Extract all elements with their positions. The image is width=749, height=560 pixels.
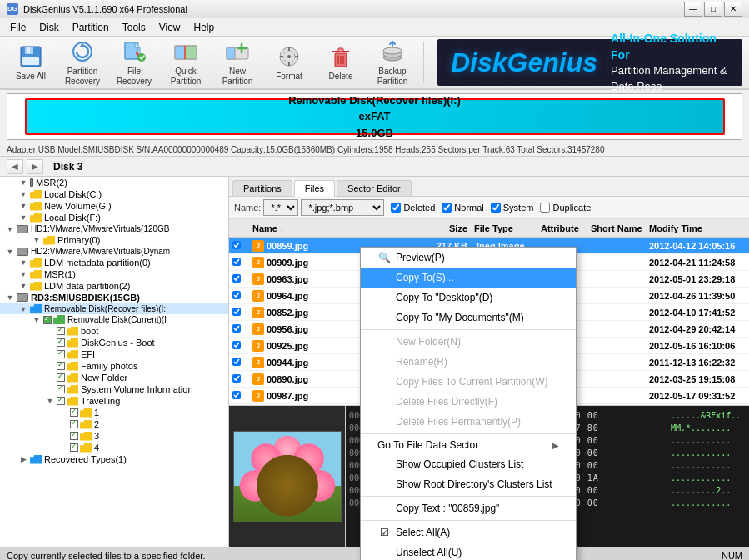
expand-icon[interactable]: ▼ [17, 178, 30, 187]
tab-sector-editor[interactable]: Sector Editor [337, 180, 412, 196]
tree-item[interactable]: EFI [0, 348, 228, 360]
checkbox[interactable] [70, 443, 78, 452]
row-checkbox[interactable] [232, 391, 249, 401]
tree-item[interactable]: ▼ LDM metadata partition(0) [0, 257, 228, 268]
row-checkbox[interactable] [232, 358, 249, 368]
tree-item[interactable]: ▼ Primary(0) [0, 234, 228, 246]
tree-item[interactable]: ▼ Local Disk(F:) [0, 212, 228, 223]
tree-item-system-volume[interactable]: System Volume Information [0, 383, 228, 395]
expand-icon[interactable]: ▼ [17, 258, 30, 267]
filter-ext-select[interactable]: *.jpg;*.bmp [301, 199, 384, 216]
tab-partitions[interactable]: Partitions [232, 180, 292, 196]
menu-disk[interactable]: Disk [32, 18, 65, 36]
checkbox[interactable] [57, 362, 65, 370]
tree-item-family-photos[interactable]: Family photos [0, 360, 228, 372]
tree-item[interactable]: ▼ RD3:SMIUSBDISK(15GB) [0, 292, 228, 303]
row-checkbox[interactable] [232, 291, 249, 301]
tree-item[interactable]: 3 [0, 430, 228, 442]
row-checkbox[interactable] [232, 258, 249, 268]
expand-icon[interactable]: ▼ [3, 225, 17, 233]
tree-item[interactable]: ▼ New Volume(G:) [0, 200, 228, 212]
checkbox[interactable] [57, 338, 65, 347]
file-recovery-button[interactable]: File Recovery [110, 39, 158, 86]
ctx-show-clusters[interactable]: Show Occupied Clusters List [361, 454, 576, 474]
tree-item-recover-files[interactable]: ▼ Removable Disk(Recover files)(I: [0, 303, 228, 314]
disk-bar[interactable]: Removable Disk(Recover files)(I:) exFAT … [25, 98, 725, 135]
save-all-button[interactable]: Save All [7, 39, 55, 86]
expand-icon[interactable]: ▼ [17, 190, 30, 198]
row-checkbox[interactable] [232, 324, 249, 334]
checkbox[interactable] [57, 373, 65, 382]
tree-item[interactable]: New Folder [0, 372, 228, 383]
filter-system-checkbox[interactable] [491, 202, 501, 212]
col-modify-header[interactable]: Modify Time [646, 223, 746, 233]
checkbox[interactable] [57, 397, 65, 405]
ctx-copy-text[interactable]: Copy Text : "00859.jpg" [361, 498, 576, 518]
tree-item[interactable]: ▼ Removable Disk(Current)(I [0, 314, 228, 325]
expand-icon[interactable]: ▼ [17, 270, 30, 278]
checkbox[interactable] [70, 432, 78, 440]
filter-normal-checkbox[interactable] [442, 202, 452, 212]
checkbox[interactable] [43, 316, 52, 324]
menu-tools[interactable]: Tools [116, 18, 152, 36]
tree-item[interactable]: ▼ MSR(1) [0, 268, 228, 280]
ctx-new-folder[interactable]: New Folder(N) [361, 332, 576, 352]
col-type-header[interactable]: File Type [471, 223, 537, 233]
minimize-button[interactable]: — [684, 2, 702, 17]
expand-icon[interactable]: ▼ [30, 236, 43, 244]
menu-partition[interactable]: Partition [66, 18, 116, 36]
checkbox[interactable] [70, 408, 78, 417]
tree-item[interactable]: boot [0, 325, 228, 337]
delete-button[interactable]: Delete [317, 39, 365, 86]
ctx-copy-to[interactable]: Copy To(S)... [361, 268, 576, 288]
checkbox[interactable] [57, 350, 65, 358]
close-button[interactable]: ✕ [724, 2, 742, 17]
expand-icon[interactable]: ▼ [43, 397, 57, 405]
expand-icon[interactable]: ▶ [17, 455, 30, 463]
col-size-header[interactable]: Size [421, 223, 471, 233]
expand-icon[interactable]: ▼ [17, 282, 30, 290]
filter-name-select[interactable]: *.* [263, 199, 298, 216]
expand-icon[interactable]: ▼ [17, 202, 30, 210]
col-name-header[interactable]: Name ↕ [249, 223, 421, 233]
maximize-button[interactable]: □ [704, 2, 722, 17]
tree-item[interactable]: 4 [0, 442, 228, 453]
ctx-copy-to-docs[interactable]: Copy To "My Documents"(M) [361, 308, 576, 328]
ctx-copy-to-desktop[interactable]: Copy To "Desktop"(D) [361, 288, 576, 308]
tree-item[interactable]: ▼ LDM data partition(2) [0, 280, 228, 292]
format-button[interactable]: Format [265, 39, 313, 86]
checkbox[interactable] [57, 327, 65, 335]
ctx-preview[interactable]: 🔍 Preview(P) [361, 248, 576, 268]
filter-deleted-checkbox[interactable] [391, 202, 401, 212]
row-checkbox[interactable] [232, 374, 249, 384]
menu-help[interactable]: Help [187, 18, 222, 36]
ctx-goto-sector[interactable]: Go To File Data Sector ▶ [361, 436, 576, 454]
menu-view[interactable]: View [152, 18, 187, 36]
row-checkbox[interactable] [232, 274, 249, 284]
expand-icon[interactable]: ▼ [17, 305, 30, 313]
tree-item[interactable]: ▼ Travelling [0, 395, 228, 407]
row-checkbox[interactable] [232, 308, 249, 318]
nav-prev[interactable]: ◀ [7, 159, 23, 174]
expand-icon[interactable]: ▼ [3, 248, 17, 256]
tree-item-recovered-types[interactable]: ▶ Recovered Types(1) [0, 453, 228, 465]
expand-icon[interactable]: ▼ [3, 293, 17, 302]
col-shortname-header[interactable]: Short Name [587, 223, 646, 233]
ctx-show-root-clusters[interactable]: Show Root Directory's Clusters List [361, 474, 576, 494]
ctx-rename[interactable]: Rename(R) [361, 352, 576, 372]
menu-file[interactable]: File [3, 18, 32, 36]
checkbox[interactable] [70, 420, 78, 428]
quick-partition-button[interactable]: Quick Partition [162, 39, 210, 86]
new-partition-button[interactable]: New Partition [213, 39, 262, 86]
tree-item[interactable]: 2 [0, 418, 228, 430]
expand-icon[interactable]: ▼ [30, 316, 43, 324]
tree-item[interactable]: DiskGenius - Boot [0, 337, 228, 348]
expand-icon[interactable]: ▼ [17, 213, 30, 222]
backup-partition-button[interactable]: Backup Partition [368, 39, 417, 86]
filter-duplicate-checkbox[interactable] [540, 202, 550, 212]
partition-recovery-button[interactable]: Partition Recovery [58, 39, 107, 86]
nav-next[interactable]: ▶ [27, 159, 43, 174]
row-checkbox[interactable] [232, 241, 249, 251]
tree-item[interactable]: ▼ HD2:VMware,VMwareVirtuals(Dynam [0, 246, 228, 257]
ctx-unselect-all[interactable]: Unselect All(U) [361, 542, 576, 560]
